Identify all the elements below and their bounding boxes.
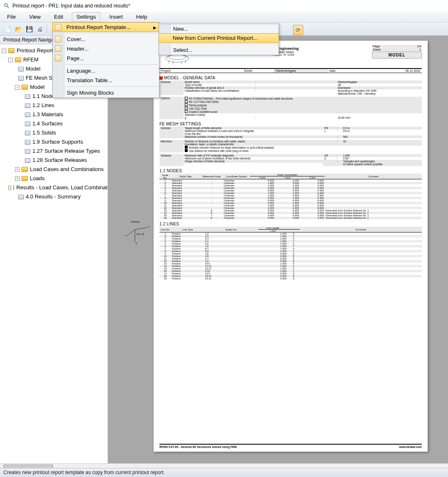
table-icon [25, 131, 30, 135]
section-title: 1.2 LINES [159, 222, 422, 226]
toolbar-sep [47, 24, 47, 34]
menu-item-language[interactable]: Language... [53, 66, 159, 76]
template-submenu: New... New from Current Printout Report.… [159, 24, 279, 55]
folder-icon [22, 176, 28, 181]
fe-mesh-table: GeneralTarget length of finite elementsl… [159, 127, 422, 166]
folder-icon [13, 185, 14, 190]
collapse-icon[interactable]: − [2, 49, 6, 53]
main-area: Printout Report Navigator −Printout Repo… [0, 36, 448, 463]
expand-icon[interactable]: + [15, 167, 20, 172]
svg-line-11 [135, 227, 147, 230]
page-footer: RFEM 5.07.09 - General 3D structures sol… [159, 444, 422, 448]
menu-bar: File View Edit Settings Insert Help [0, 12, 448, 22]
preview-area[interactable]: ABC Engineering 123 Main Street Anytown,… [108, 36, 448, 463]
menu-insert[interactable]: Insert [105, 12, 127, 22]
expand-icon[interactable]: + [15, 176, 20, 181]
toolbar-open-icon[interactable]: 📂 [13, 24, 23, 34]
toolbar-print-icon[interactable]: 🖨 [35, 24, 45, 34]
nodes-table: Node No.Node TypeReference NodeCoordinat… [159, 174, 422, 219]
toolbar-new-icon[interactable]: 📄 [2, 24, 12, 34]
navigator-panel: Printout Report Navigator −Printout Repo… [0, 36, 108, 463]
menu-item-translation[interactable]: Translation Table... [53, 76, 159, 85]
table-icon [25, 149, 30, 154]
axis-indicator: CartesianXYZ P(X,Y,Z) [122, 219, 152, 252]
menu-edit[interactable]: Edit [49, 12, 68, 22]
svg-line-1 [7, 6, 9, 8]
table-icon [25, 94, 30, 99]
toolbar-refresh-icon[interactable]: ⟳ [293, 25, 303, 35]
svg-line-12 [127, 230, 135, 236]
status-bar: Creates new printout report template as … [0, 468, 448, 477]
table-icon [18, 67, 24, 71]
menu-file[interactable]: File [2, 12, 20, 22]
collapse-icon[interactable]: − [8, 186, 11, 190]
title-bar: Printout report - PR1: Input data and re… [0, 0, 448, 12]
svg-text:Z: Z [136, 242, 137, 245]
svg-text:X: X [148, 225, 150, 228]
submenu-select[interactable]: Select... [159, 45, 279, 55]
collapse-icon[interactable]: − [8, 58, 13, 62]
table-icon [25, 158, 30, 163]
submenu-new[interactable]: New... [159, 24, 279, 34]
general-data-table: GeneralModel name:Flächenfreigabe Type o… [159, 81, 422, 119]
folder-icon [8, 48, 15, 53]
document-icon [55, 55, 61, 61]
collapse-icon[interactable]: − [15, 85, 20, 90]
table-icon [18, 195, 24, 199]
navigator-tree[interactable]: −Printout Report −RFEM Model FE Mesh Set… [0, 44, 108, 463]
svg-text:Cartesian: Cartesian [131, 220, 140, 223]
document-icon [55, 45, 61, 52]
document-icon [55, 24, 61, 31]
report-page: ABC Engineering 123 Main Street Anytown,… [154, 41, 428, 452]
section-title: MODEL - GENERAL DATA [159, 76, 422, 80]
header-meta: Page:1/4 Sheet:1 MODEL [372, 45, 422, 59]
svg-point-0 [5, 4, 7, 7]
table-icon [18, 76, 24, 81]
lines-table: Line No.Line TypeNodes No.Line LengthCom… [159, 227, 422, 280]
menu-settings[interactable]: Settings [72, 12, 100, 22]
menu-help[interactable]: Help [132, 12, 152, 22]
window-title: Printout report - PR1: Input data and re… [12, 3, 130, 9]
section-title: FE MESH SETTINGS [159, 122, 422, 126]
table-icon [25, 140, 30, 144]
table-icon [25, 122, 30, 126]
svg-text:P(X,Y,Z): P(X,Y,Z) [137, 233, 144, 235]
folder-icon [22, 167, 28, 172]
document-icon [55, 36, 61, 42]
menu-item-page[interactable]: Page... [53, 54, 159, 63]
menu-item-sign[interactable]: Sign Moving Blocks [53, 88, 159, 98]
magnifier-icon [3, 2, 10, 9]
svg-point-5 [166, 55, 189, 62]
menu-item-template[interactable]: Printout Report Template...▶ [52, 22, 159, 32]
settings-menu: Printout Report Template...▶ Cover... He… [52, 22, 159, 98]
section-title: 1.1 NODES [159, 169, 422, 173]
table-icon [25, 113, 30, 117]
folder-icon [15, 57, 21, 62]
folder-icon [22, 85, 28, 90]
menu-view[interactable]: View [24, 12, 45, 22]
toolbar-save-icon[interactable]: 💾 [24, 24, 34, 34]
menu-item-cover[interactable]: Cover... [53, 34, 159, 44]
svg-text:Y: Y [125, 235, 127, 237]
submenu-new-current[interactable]: New from Current Printout Report... [159, 33, 279, 43]
chevron-right-icon: ▶ [153, 25, 157, 30]
menu-item-header[interactable]: Header... [53, 44, 159, 54]
table-icon [25, 103, 30, 108]
